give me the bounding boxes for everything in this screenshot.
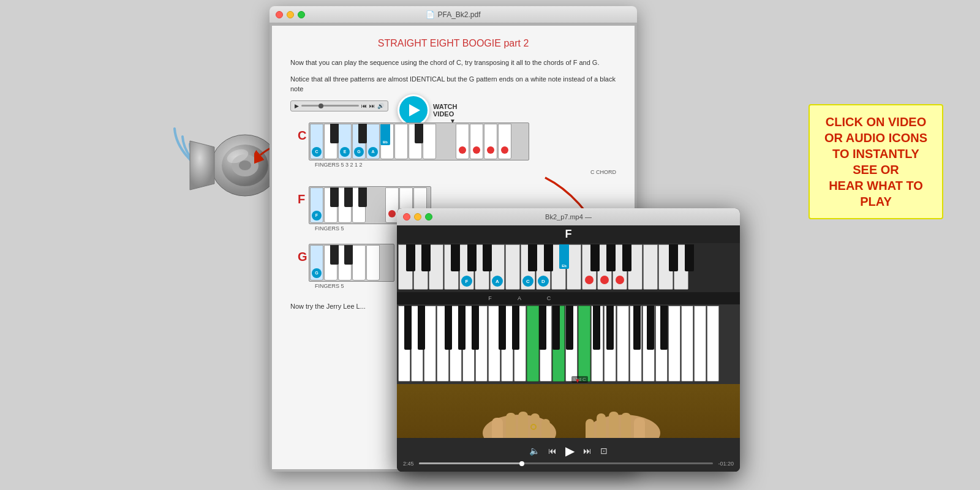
rewind-button[interactable]: ⏮ xyxy=(548,446,557,456)
skip-forward-button[interactable]: ⏭ xyxy=(369,103,375,109)
progress-thumb xyxy=(519,461,524,466)
svg-rect-16 xyxy=(621,413,631,438)
paragraph-2: Notice that all three patterns are almos… xyxy=(290,74,616,94)
svg-rect-17 xyxy=(609,412,619,438)
skip-back-button[interactable]: ⏮ xyxy=(361,103,367,109)
full-piano-keyboard: Mid C ▼ xyxy=(397,304,740,384)
hands-area xyxy=(397,384,740,438)
controls-top: 🔈 ⏮ ▶ ⏭ ⊡ xyxy=(403,443,734,458)
controls-bottom: 2:45 -01:20 xyxy=(403,461,734,467)
play-button[interactable]: ▶ xyxy=(295,103,299,109)
callout-line4: HEAR WHAT TO PLAY xyxy=(820,178,932,209)
maximize-button[interactable] xyxy=(298,11,305,18)
video-chord-label: F xyxy=(397,225,740,243)
svg-rect-18 xyxy=(597,413,606,438)
callout-line2: OR AUDIO ICONS xyxy=(820,130,932,146)
progress-fill xyxy=(419,462,522,464)
c-fingers-label: FINGERS 5 3 2 1 2 xyxy=(315,162,616,168)
video-title: Bk2_p7.mp4 — xyxy=(545,213,592,221)
pdf-titlebar: 📄 PFA_Bk2.pdf xyxy=(270,6,637,23)
minimize-button[interactable] xyxy=(287,11,294,18)
video-marker-triangle: ▼ xyxy=(575,377,581,384)
svg-rect-8 xyxy=(492,418,503,438)
video-top-piano: F A C D xyxy=(397,243,740,292)
svg-rect-15 xyxy=(634,418,645,438)
callout-box: CLICK ON VIDEO OR AUDIO ICONS TO INSTANT… xyxy=(809,104,943,219)
volume-icon[interactable]: 🔈 xyxy=(529,446,540,456)
video-close-button[interactable] xyxy=(403,213,410,221)
pdf-icon: 📄 xyxy=(426,10,435,19)
paragraph-1: Now that you can play the sequence using… xyxy=(290,58,616,68)
video-content: F F A C D xyxy=(397,225,740,438)
page-title: STRAIGHT EIGHT BOOGIE part 2 xyxy=(290,38,616,49)
play-circle-icon[interactable] xyxy=(398,94,429,126)
close-button[interactable] xyxy=(276,11,283,18)
video-maximize-button[interactable] xyxy=(425,213,432,221)
watch-video-label: WATCH VIDEO xyxy=(433,103,458,118)
fast-forward-button[interactable]: ⏭ xyxy=(583,446,592,456)
video-play-button[interactable]: ▶ xyxy=(565,443,575,458)
key-note-labels-row: F A C xyxy=(397,292,740,304)
play-triangle-icon xyxy=(409,104,420,116)
callout-line3: TO INSTANTLY SEE OR xyxy=(820,146,932,178)
video-window: Bk2_p7.mp4 — F F A C xyxy=(397,208,740,472)
c-keyboard: C E G A xyxy=(309,123,529,160)
svg-point-3 xyxy=(239,160,251,170)
g-keyboard: G xyxy=(309,244,394,282)
g-chord-label: G xyxy=(298,250,307,264)
traffic-lights[interactable] xyxy=(276,11,305,18)
progress-slider[interactable] xyxy=(301,105,359,107)
pdf-title: 📄 PFA_Bk2.pdf xyxy=(426,10,480,19)
svg-rect-10 xyxy=(518,412,528,438)
video-traffic-lights[interactable] xyxy=(403,213,432,221)
c-chord-label: C xyxy=(298,129,306,143)
video-titlebar: Bk2_p7.mp4 — xyxy=(397,208,740,225)
video-minimize-button[interactable] xyxy=(414,213,421,221)
video-controls: 🔈 ⏮ ▶ ⏭ ⊡ 2:45 -01:20 xyxy=(397,438,740,472)
svg-rect-9 xyxy=(506,413,516,438)
video-progress-bar[interactable] xyxy=(419,462,714,464)
hands-svg xyxy=(446,387,691,438)
f-chord-label: F xyxy=(298,192,305,206)
svg-rect-12 xyxy=(541,419,550,438)
airplay-icon[interactable]: ⊡ xyxy=(600,446,608,456)
callout-line1: CLICK ON VIDEO xyxy=(820,114,932,130)
hands-background xyxy=(397,384,740,438)
time-remaining: -01:20 xyxy=(718,461,734,467)
watch-video-button[interactable]: WATCH VIDEO xyxy=(398,94,458,126)
audio-player[interactable]: ▶ ⏮ ⏭ 🔊 xyxy=(290,100,388,111)
time-current: 2:45 xyxy=(403,461,414,467)
volume-button[interactable]: 🔊 xyxy=(377,103,384,109)
c-chord-section: C ▼ C E G xyxy=(309,123,616,168)
svg-rect-19 xyxy=(586,419,594,438)
